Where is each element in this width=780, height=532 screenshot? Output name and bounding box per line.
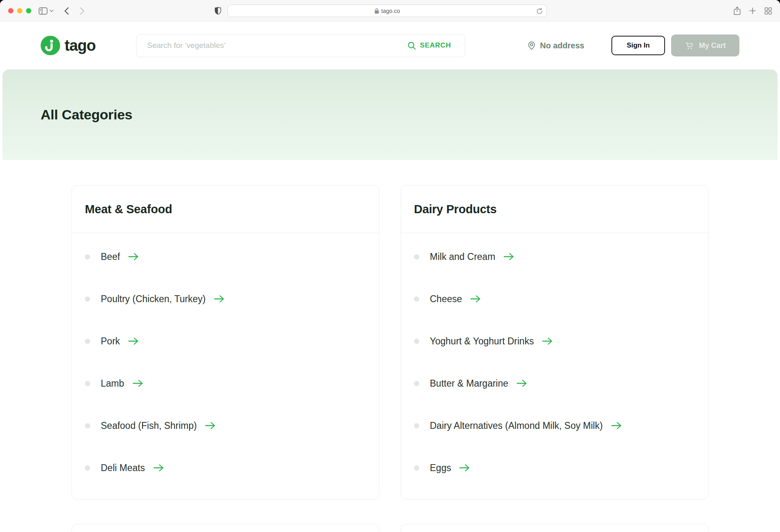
- back-button[interactable]: [64, 7, 69, 15]
- chrome-nav-left: [39, 0, 84, 22]
- category-item[interactable]: Cheese: [414, 278, 695, 320]
- category-item-label: Dairy Alternatives (Almond Milk, Soy Mil…: [430, 420, 603, 431]
- category-card: [401, 524, 708, 532]
- search-button-label: SEARCH: [420, 41, 451, 50]
- arrow-right-icon: [153, 464, 164, 472]
- category-item-label: Lamb: [101, 378, 124, 389]
- bullet-dot-icon: [414, 423, 419, 428]
- bullet-dot-icon: [414, 339, 419, 344]
- arrow-right-icon: [542, 337, 553, 345]
- bullet-dot-icon: [85, 254, 90, 260]
- arrow-right-icon: [128, 253, 139, 261]
- category-list: Beef Poultry (Chicken, Turkey) Pork: [72, 233, 379, 499]
- category-item[interactable]: Seafood (Fish, Shrimp): [85, 404, 366, 447]
- url-bar[interactable]: tago.co: [228, 4, 547, 17]
- brand-logo-icon: [41, 36, 60, 55]
- search-button[interactable]: SEARCH: [407, 41, 451, 50]
- chrome-nav-right: [734, 0, 772, 22]
- brand-logo[interactable]: tago: [41, 36, 95, 55]
- arrow-right-icon: [205, 422, 216, 430]
- category-item[interactable]: Butter & Margarine: [414, 362, 695, 404]
- page-title: All Categories: [41, 107, 132, 123]
- category-item-label: Cheese: [430, 294, 462, 305]
- category-item[interactable]: Dairy Alternatives (Almond Milk, Soy Mil…: [414, 404, 695, 447]
- category-item[interactable]: Yoghurt & Yoghurt Drinks: [414, 320, 695, 362]
- address-selector[interactable]: No address: [527, 41, 584, 50]
- close-window-button[interactable]: [8, 8, 13, 13]
- window-controls: [8, 8, 31, 13]
- bullet-dot-icon: [414, 254, 419, 260]
- browser-chrome: tago.co: [0, 0, 780, 22]
- category-item[interactable]: Pork: [85, 320, 366, 362]
- address-label: No address: [540, 41, 584, 50]
- arrow-right-icon: [214, 295, 225, 303]
- category-item-label: Yoghurt & Yoghurt Drinks: [430, 336, 534, 347]
- category-card: Meat & Seafood Beef Poultry (Chicken, Tu…: [72, 185, 379, 500]
- bullet-dot-icon: [85, 465, 90, 471]
- search-input[interactable]: [147, 41, 407, 50]
- category-card-header: Dairy Products: [401, 186, 708, 233]
- arrow-right-icon: [516, 379, 527, 387]
- arrow-right-icon: [132, 379, 143, 387]
- bullet-dot-icon: [85, 381, 90, 386]
- bullet-dot-icon: [414, 296, 419, 302]
- category-item-label: Milk and Cream: [430, 251, 495, 262]
- minimize-window-button[interactable]: [17, 8, 22, 13]
- category-item[interactable]: Milk and Cream: [414, 236, 695, 278]
- brand-name: tago: [65, 37, 95, 54]
- category-item-label: Eggs: [430, 463, 451, 474]
- search-icon: [407, 41, 416, 50]
- bullet-dot-icon: [85, 296, 90, 302]
- chevron-down-icon[interactable]: [50, 9, 54, 12]
- cart-icon: [685, 41, 694, 50]
- arrow-right-icon: [470, 295, 481, 303]
- category-item[interactable]: Beef: [85, 236, 366, 278]
- category-title: Meat & Seafood: [85, 203, 172, 216]
- tab-overview-icon[interactable]: [765, 7, 772, 15]
- privacy-shield-icon[interactable]: [214, 6, 221, 17]
- my-cart-button[interactable]: My Cart: [671, 35, 739, 56]
- share-icon[interactable]: [734, 6, 741, 15]
- bullet-dot-icon: [414, 465, 419, 471]
- forward-button[interactable]: [80, 7, 84, 15]
- arrow-right-icon: [459, 464, 470, 472]
- my-cart-label: My Cart: [699, 41, 726, 50]
- sidebar-toggle-icon[interactable]: [39, 7, 48, 15]
- site-header: tago SEARCH No address: [0, 22, 780, 69]
- category-card: [72, 524, 379, 532]
- category-item-label: Poultry (Chicken, Turkey): [101, 294, 206, 305]
- category-item[interactable]: Poultry (Chicken, Turkey): [85, 278, 366, 320]
- main-content: Meat & Seafood Beef Poultry (Chicken, Tu…: [0, 160, 780, 532]
- category-item[interactable]: Lamb: [85, 362, 366, 404]
- bullet-dot-icon: [85, 339, 90, 344]
- zoom-window-button[interactable]: [26, 8, 31, 13]
- hero-banner: All Categories: [2, 69, 778, 160]
- category-item-label: Pork: [101, 336, 120, 347]
- browser-window: tago.co: [0, 0, 780, 532]
- sign-in-button[interactable]: Sign In: [611, 36, 665, 55]
- new-tab-icon[interactable]: [749, 7, 756, 14]
- arrow-right-icon: [611, 422, 622, 430]
- categories-grid: Meat & Seafood Beef Poultry (Chicken, Tu…: [72, 185, 708, 532]
- category-card-header: Meat & Seafood: [72, 186, 379, 233]
- bullet-dot-icon: [85, 423, 90, 428]
- lock-icon: [375, 8, 379, 14]
- reload-icon[interactable]: [537, 8, 543, 15]
- category-card: Dairy Products Milk and Cream Cheese Yog…: [401, 185, 708, 500]
- search-bar: SEARCH: [136, 34, 465, 57]
- category-item-label: Butter & Margarine: [430, 378, 508, 389]
- category-item-label: Beef: [101, 251, 120, 262]
- bullet-dot-icon: [414, 381, 419, 386]
- category-item[interactable]: Deli Meats: [85, 447, 366, 489]
- category-item-label: Seafood (Fish, Shrimp): [101, 420, 197, 431]
- location-pin-icon: [527, 41, 536, 50]
- arrow-right-icon: [128, 337, 139, 345]
- category-title: Dairy Products: [414, 203, 497, 216]
- category-item-label: Deli Meats: [101, 463, 145, 474]
- category-item[interactable]: Eggs: [414, 447, 695, 489]
- arrow-right-icon: [503, 253, 514, 261]
- category-list: Milk and Cream Cheese Yoghurt & Yoghurt …: [401, 233, 708, 499]
- url-text: tago.co: [381, 8, 400, 14]
